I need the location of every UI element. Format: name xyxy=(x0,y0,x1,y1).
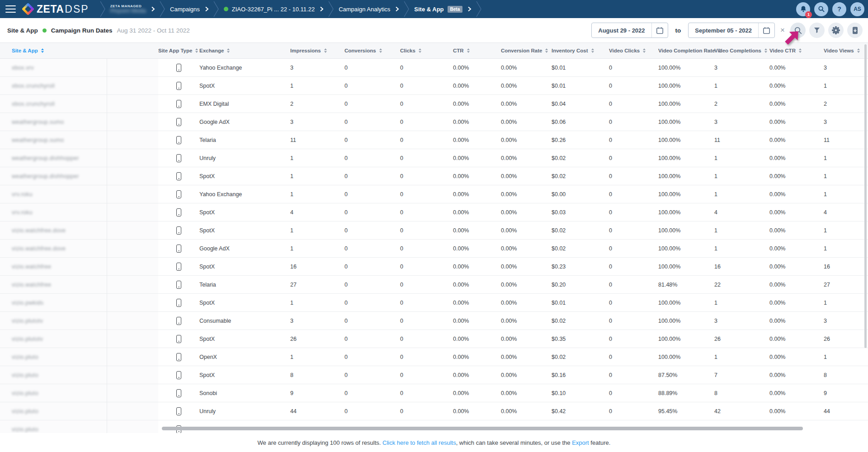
video-ctr-cell: 0.00% xyxy=(769,137,824,143)
column-header-label: Inventory Cost xyxy=(552,48,588,53)
column-header[interactable]: Video Clicks xyxy=(609,48,658,53)
exchange-cell: SpotX xyxy=(199,227,290,234)
chevron-separator-icon xyxy=(476,0,482,18)
table-row: vizio.pluto Sonobi 9 0 0 0.00% 0.00% $0.… xyxy=(0,384,868,402)
conversions-cell: 0 xyxy=(344,227,400,234)
fetch-all-results-link[interactable]: Click here to fetch all results xyxy=(382,439,456,446)
video-ctr-cell: 0.00% xyxy=(769,264,824,270)
ctr-cell: 0.00% xyxy=(453,191,501,198)
column-header[interactable]: Site & App xyxy=(0,48,158,53)
results-notice-middle: , which can take several minutes, or use… xyxy=(456,439,572,446)
site-cell: vizio.watchfree xyxy=(0,258,158,275)
conversions-cell: 0 xyxy=(344,282,400,288)
video-completions-cell: 1 xyxy=(714,354,769,360)
ctr-cell: 0.00% xyxy=(453,408,501,414)
video-clicks-cell: 0 xyxy=(609,300,658,306)
breadcrumb-campaign[interactable]: ZIAO-32267_Pi ... 22 - 10.11.22 xyxy=(224,6,324,13)
calendar-icon[interactable] xyxy=(758,23,774,38)
exchange-cell: SpotX xyxy=(199,300,290,306)
column-header[interactable]: Impressions xyxy=(290,48,344,53)
column-header[interactable]: Inventory Cost xyxy=(552,48,609,53)
impressions-cell: 4 xyxy=(290,209,344,216)
video-clicks-cell: 0 xyxy=(609,372,658,378)
gear-icon xyxy=(832,26,840,34)
conversions-cell: 0 xyxy=(344,408,400,414)
clicks-cell: 0 xyxy=(400,191,453,198)
global-search-button[interactable] xyxy=(814,2,828,16)
conversions-cell: 0 xyxy=(344,372,400,378)
ctr-cell: 0.00% xyxy=(453,83,501,89)
video-clicks-cell: 0 xyxy=(609,137,658,143)
video-completion-rate-cell: 88.89% xyxy=(658,390,714,396)
clicks-cell: 0 xyxy=(400,137,453,143)
notifications-button[interactable]: 1 xyxy=(796,2,810,16)
toolbar-controls: August 29 - 2022 to September 05 - 2022 … xyxy=(591,23,863,38)
breadcrumb-site-and-app[interactable]: Site & App Beta xyxy=(414,6,472,13)
column-header[interactable]: Video CTR xyxy=(769,48,824,53)
ctr-cell: 0.00% xyxy=(453,336,501,342)
results-notice: We are currently displaying 100 rows of … xyxy=(258,439,383,446)
avatar[interactable]: AS xyxy=(850,2,864,16)
column-header-label: CTR xyxy=(453,48,464,53)
zeta-dsp-logo[interactable]: ZETADSP xyxy=(21,3,95,15)
impressions-cell: 2 xyxy=(290,101,344,107)
horizontal-scrollbar[interactable] xyxy=(162,427,803,430)
breadcrumb-account[interactable]: ZETA MANAGED Pinpoint Media xyxy=(110,4,155,14)
settings-button[interactable] xyxy=(828,23,844,38)
calendar-icon[interactable] xyxy=(651,23,668,38)
export-link[interactable]: Export xyxy=(572,439,589,446)
sort-icon xyxy=(467,48,470,53)
column-header[interactable]: Site App Type xyxy=(158,48,199,53)
site-name-redacted: vizio.watchfree.dove xyxy=(12,245,66,252)
exchange-cell: Yahoo Exchange xyxy=(199,65,290,71)
avatar-initials: AS xyxy=(854,6,861,12)
sort-icon xyxy=(799,48,802,53)
run-dates-label: Campaign Run Dates xyxy=(51,27,113,34)
product-name: DSP xyxy=(65,3,89,15)
clicks-cell: 0 xyxy=(400,245,453,252)
column-header[interactable]: Conversions xyxy=(344,48,400,53)
hamburger-icon[interactable] xyxy=(0,0,21,18)
chevron-separator-icon xyxy=(404,0,410,18)
conversion-rate-cell: 0.00% xyxy=(501,282,552,288)
site-cell: weathergroup.dishhopper xyxy=(0,167,158,185)
column-header[interactable]: CTR xyxy=(453,48,501,53)
video-views-cell: 1 xyxy=(824,245,868,252)
site-cell: xbox.vrv xyxy=(0,59,158,76)
breadcrumb-campaigns[interactable]: Campaigns xyxy=(170,6,209,13)
column-header[interactable]: Conversion Rate xyxy=(501,48,552,53)
date-from-input[interactable]: August 29 - 2022 xyxy=(591,23,668,38)
conversion-rate-cell: 0.00% xyxy=(501,318,552,324)
date-to-input[interactable]: September 05 - 2022 xyxy=(688,23,775,38)
conversion-rate-cell: 0.00% xyxy=(501,354,552,360)
breadcrumb-campaign-analytics[interactable]: Campaign Analytics xyxy=(339,6,399,13)
conversion-rate-cell: 0.00% xyxy=(501,372,552,378)
video-completions-cell: 1 xyxy=(714,300,769,306)
column-header[interactable]: Video Completions xyxy=(714,48,769,53)
video-completion-rate-cell: 100.00% xyxy=(658,155,714,161)
chevron-right-icon xyxy=(468,6,472,12)
video-views-cell: 4 xyxy=(824,209,868,216)
vertical-scrollbar[interactable] xyxy=(864,44,867,348)
export-button[interactable] xyxy=(847,23,863,38)
site-name-redacted: xbox.vrv xyxy=(12,65,34,71)
exchange-cell: SpotX xyxy=(199,264,290,270)
mobile-app-icon xyxy=(176,299,181,307)
site-name-redacted: vrv.roku xyxy=(12,191,33,198)
video-clicks-cell: 0 xyxy=(609,354,658,360)
video-clicks-cell: 0 xyxy=(609,408,658,414)
video-completions-cell: 1 xyxy=(714,83,769,89)
site-name-redacted: weathergroup.dishhopper xyxy=(12,173,79,179)
video-completions-cell: 11 xyxy=(714,137,769,143)
site-cell: vrv.roku xyxy=(0,185,158,203)
filter-button[interactable] xyxy=(809,23,825,38)
conversion-rate-cell: 0.00% xyxy=(501,264,552,270)
help-button[interactable]: ? xyxy=(832,2,846,16)
column-header[interactable]: Exchange xyxy=(199,48,290,53)
site-cell: weathergroup.sumo xyxy=(0,113,158,131)
column-header[interactable]: Clicks xyxy=(400,48,453,53)
site-cell: vizio.pwkids xyxy=(0,294,158,311)
column-header[interactable]: Video Completion Rate xyxy=(658,48,714,53)
column-header[interactable]: Video Views xyxy=(824,48,868,53)
video-ctr-cell: 0.00% xyxy=(769,119,824,125)
